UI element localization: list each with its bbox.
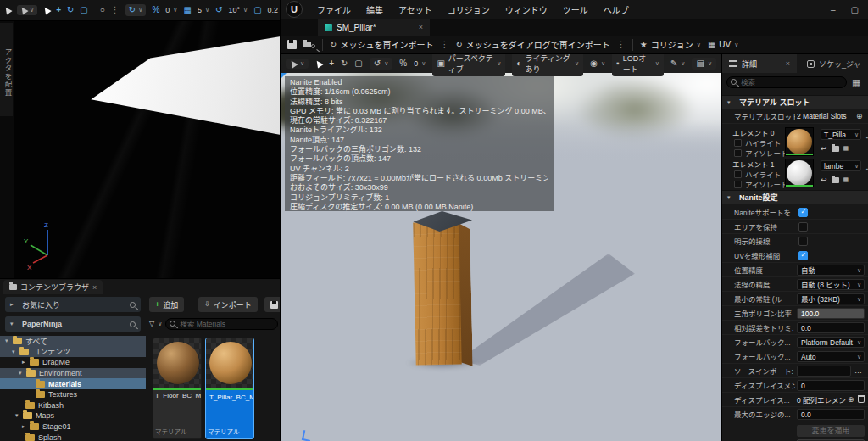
menu-window[interactable]: ウィンドウ [498,0,555,19]
snap-value[interactable]: 0∨ [414,59,426,68]
maximize-button[interactable]: ▢ [851,5,859,14]
apply-changes-button[interactable]: 変更を適用 [797,425,865,437]
checkbox[interactable] [798,237,808,246]
move-tool-icon[interactable]: + [56,6,61,14]
view-mode-dropdown[interactable]: ◐ライティングあり∨ [512,54,583,76]
pillar-mesh-front[interactable] [413,221,462,365]
element0-material-dropdown[interactable]: T_Pilla [821,129,861,140]
asset-search-input[interactable] [165,318,278,330]
kebab-menu-icon[interactable]: ⋮ [111,6,120,14]
rotation-snap-dropdown[interactable]: ↺∨ [370,58,393,70]
tree-item-stage01[interactable]: ▸Stage01 [0,421,146,433]
pick-icon[interactable]: ▦ [843,176,849,183]
rotation-snap-icon[interactable]: ↺ [215,6,222,14]
browse-icon[interactable] [832,177,839,183]
element0-highlight[interactable]: ハイライト [734,137,781,148]
close-icon[interactable]: × [786,59,790,68]
checkbox[interactable] [734,170,742,178]
reimport-dialog-button[interactable]: ↻メッシュをダイアログで再インポート [455,38,609,51]
save-icon[interactable] [287,40,297,49]
scale-tool-icon[interactable]: ▢ [354,59,362,68]
checkbox-checked[interactable] [798,208,808,217]
reset-arrow-icon[interactable]: ← [865,132,868,141]
element1-highlight[interactable]: ハイライト [734,169,781,179]
scale-tool-icon[interactable]: ▢ [80,6,87,14]
rotate-tool-icon[interactable]: ↻ [341,59,348,68]
element1-material-dropdown[interactable]: lambe [821,160,861,171]
displacement-input[interactable]: 0 [797,380,865,391]
ellipsis-button[interactable]: … [854,366,862,375]
reimport-mesh-button[interactable]: ↻メッシュを再インポート [330,38,433,51]
add-material-slot-icon[interactable]: ⊕ [856,112,863,120]
close-icon[interactable]: × [92,283,97,292]
max-edge-length-input[interactable]: 0.0 [797,409,865,420]
menu-asset[interactable]: アセット [391,0,440,19]
fallback-mode-select[interactable]: Auto [797,351,865,362]
select-tool-icon[interactable] [314,59,324,68]
add-button[interactable]: +追加 [149,297,184,312]
project-row[interactable]: ▾ PaperNinja [5,316,141,332]
surface-snap-icon[interactable]: % [152,6,159,14]
tree-item-environment[interactable]: ▾Environment [0,368,146,379]
source-import-input[interactable] [797,366,851,377]
browse-icon[interactable] [832,146,839,152]
show-flags-dropdown[interactable]: ◉∨ [590,59,605,68]
minimize-button[interactable]: – [831,5,836,14]
menu-file[interactable]: ファイル [309,0,359,19]
checkbox[interactable] [734,139,742,147]
section-nanite-settings[interactable]: ▾ Nanite設定 [722,190,868,204]
checkbox[interactable] [734,149,742,157]
trash-icon[interactable] [858,395,865,405]
add-array-element-icon[interactable]: ⊕ [848,395,854,404]
kebab-menu-icon[interactable]: ⋮ [440,40,448,49]
move-tool-icon[interactable]: + [329,59,334,68]
tree-item-dragme[interactable]: ▸DragMe [0,357,146,368]
tab-details[interactable]: 詳細 × [722,54,797,73]
percent-snap-icon[interactable]: % [399,59,407,68]
content-browser-tab[interactable]: コンテンツブラウザ × [3,280,103,294]
normal-precision-select[interactable]: 自動 (8 ビット) [797,279,865,290]
filter-icon[interactable]: ▽ [149,321,154,327]
details-search-input[interactable] [726,76,847,88]
select-tool-icon[interactable] [42,5,52,14]
favorites-row[interactable]: ▸ お気に入り [5,297,141,312]
surface-snap-value[interactable]: 0∨ [165,6,177,14]
tree-item-splash[interactable]: Splash [0,432,146,441]
world-coordinate-icon[interactable]: ○ [100,6,105,14]
tab-sm-pillar[interactable]: SM_Pillar* × [318,19,430,36]
viewport-options-dropdown[interactable]: ∨ [286,59,309,69]
section-material-slots[interactable]: ▾ マテリアル スロット [722,95,868,109]
element1-isolate[interactable]: アイソレート [734,179,788,189]
element0-material-thumbnail[interactable] [785,127,814,156]
perspective-dropdown[interactable]: ▣パースペクティブ∨ [432,54,505,76]
use-selected-icon[interactable]: ↩ [821,176,827,184]
menu-collision[interactable]: コリジョン [440,0,498,19]
checkbox[interactable] [734,181,742,188]
grid-snap-icon[interactable]: ▦ [183,6,191,14]
import-button[interactable]: ⇩インポート [198,297,258,312]
element1-material-thumbnail[interactable] [785,159,814,187]
use-selected-icon[interactable]: ↩ [821,144,827,153]
menu-edit[interactable]: 編集 [359,0,391,19]
collision-dropdown[interactable]: ★コリジョン∨ [640,38,701,51]
menu-tools[interactable]: ツール [555,0,596,19]
display-options-icon[interactable]: ▦ [852,77,860,88]
tree-item-kitbash[interactable]: Kitbash [0,400,146,411]
tree-item-maps[interactable]: ▾Maps [0,410,146,421]
grid-snap-value[interactable]: 5∨ [198,6,209,14]
search-icon[interactable] [130,321,136,327]
scale-snap-icon[interactable]: ▢ [253,6,261,14]
uv-dropdown[interactable]: ▦UV∨ [708,40,738,49]
checkbox[interactable] [798,222,808,232]
lod-dropdown[interactable]: ▪LODオート∨ [612,54,664,76]
place-actor-cursor-icon[interactable] [3,5,12,14]
triangle-percent-input[interactable]: 100.0 [797,308,865,319]
level-editor-viewport[interactable]: Z Y X [14,21,281,278]
fallback-target-select[interactable]: Platform Default [797,337,865,348]
asset-card-floor[interactable]: T_Floor_BC_Mat マテリアル [153,338,202,439]
close-icon[interactable]: × [419,23,423,31]
menu-help[interactable]: ヘルプ [596,0,637,19]
asset-card-pillar[interactable]: T_Pillar_BC_Mat マテリアル [205,338,254,439]
screenshot-dropdown[interactable]: ▤∨ [692,58,716,70]
search-icon[interactable] [130,302,136,308]
